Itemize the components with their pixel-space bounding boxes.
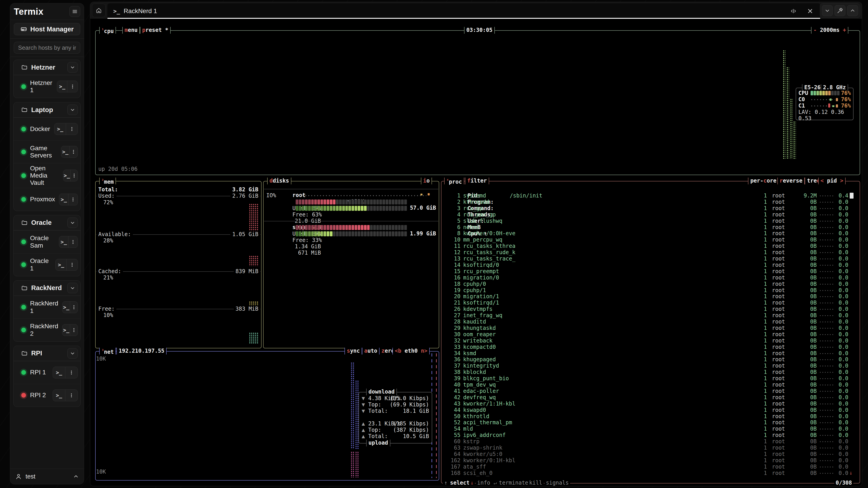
home-button[interactable]: [92, 4, 105, 17]
process-row[interactable]: 55ipv6_addrconf1root0B0.0: [441, 432, 860, 438]
process-row[interactable]: 37kintegrityd1root0B0.0: [441, 363, 860, 369]
process-row[interactable]: 36khugepaged1root0B0.0: [441, 356, 860, 363]
sidebar-footer[interactable]: test: [10, 468, 84, 484]
open-terminal-button[interactable]: >_: [55, 123, 66, 135]
process-row[interactable]: 28kauditd1root0B0.0: [441, 319, 860, 325]
host-menu-button[interactable]: [65, 390, 78, 401]
process-row[interactable]: 1systemd/sbin/init1root9.2M0.4: [441, 193, 860, 199]
close-tab-icon[interactable]: [807, 8, 813, 14]
open-terminal-button[interactable]: >_: [63, 170, 70, 181]
process-row[interactable]: 52acpi_thermal_pm1root0B0.0: [441, 419, 860, 426]
host-item[interactable]: Oracle Sam >_: [13, 230, 81, 253]
process-row[interactable]: 16migration/01root0B0.0: [441, 274, 860, 281]
process-row[interactable]: 2kthreadd1root0B0.0: [441, 199, 860, 205]
group-collapse-button[interactable]: [67, 105, 78, 115]
process-row[interactable]: 26kdevtmpfs1root0B0.0: [441, 306, 860, 312]
process-row[interactable]: 14ksoftirqd/01root0B0.0: [441, 262, 860, 268]
process-row[interactable]: 13rcu_tasks_trace_1root0B0.0: [441, 256, 860, 262]
host-menu-button[interactable]: [68, 194, 78, 205]
group-header-RPI[interactable]: RPI: [13, 346, 81, 361]
host-menu-button[interactable]: [66, 123, 78, 135]
net-auto-button[interactable]: auto: [362, 348, 379, 355]
process-row[interactable]: 64kworker/u5:01root0B0.0: [441, 451, 860, 457]
process-row[interactable]: 38kblockd1root0B0.0: [441, 369, 860, 375]
tab-racknerd-1[interactable]: >_ RackNerd 1: [107, 3, 820, 19]
split-view-icon[interactable]: [790, 8, 797, 14]
host-menu-button[interactable]: [67, 81, 78, 92]
open-terminal-button[interactable]: >_: [56, 259, 66, 270]
group-header-Oracle[interactable]: Oracle: [13, 215, 81, 230]
process-row[interactable]: 30oom_reaper1root0B0.0: [441, 331, 860, 337]
process-row[interactable]: 40tpm_dev_wq1root0B0.0: [441, 382, 860, 388]
open-terminal-button[interactable]: >_: [61, 146, 69, 158]
menu-button[interactable]: [69, 6, 80, 17]
process-row[interactable]: 21ksoftirqd/11root0B0.0: [441, 300, 860, 306]
search-input[interactable]: [14, 42, 80, 54]
select-up-key[interactable]: ↑: [443, 480, 449, 486]
host-menu-button[interactable]: [65, 367, 78, 378]
select-down-key[interactable]: ↓: [469, 480, 475, 486]
collapse-button[interactable]: [822, 5, 833, 16]
host-item[interactable]: RPI 1 >_: [13, 361, 81, 384]
io-mode-button[interactable]: io: [421, 177, 432, 184]
process-row[interactable]: 41edac-poller1root0B0.0: [441, 388, 860, 394]
host-item[interactable]: Proxmox >_: [13, 188, 81, 211]
update-interval[interactable]: - 2000ms +: [811, 27, 848, 34]
proc-reverse-button[interactable]: reverse: [777, 177, 805, 184]
process-row[interactable]: 20migration/11root0B0.0: [441, 293, 860, 300]
host-menu-button[interactable]: [69, 146, 78, 158]
terminate-button[interactable]: terminate: [498, 480, 530, 486]
group-header-Hetzner[interactable]: Hetzner: [13, 60, 81, 75]
expand-button[interactable]: [847, 5, 858, 16]
process-row[interactable]: 42devfreq_wq1root0B0.0: [441, 394, 860, 400]
proc-filter-button[interactable]: filter: [465, 177, 489, 184]
signals-button[interactable]: signals: [545, 480, 570, 486]
process-row[interactable]: 60kstrp1root0B0.0: [441, 438, 860, 445]
host-item[interactable]: RackNerd 2 >_: [13, 319, 81, 341]
process-row[interactable]: 10mm_percpu_wq1root0B0.0: [441, 236, 860, 243]
open-terminal-button[interactable]: >_: [53, 367, 65, 378]
preset-button[interactable]: preset *: [140, 27, 170, 34]
process-row[interactable]: 18cpuhp/01root0B0.0: [441, 281, 860, 287]
group-header-Laptop[interactable]: Laptop: [13, 102, 81, 118]
host-item[interactable]: Hetzner 1 >_: [13, 75, 81, 98]
kill-button[interactable]: kill: [528, 480, 544, 486]
group-collapse-button[interactable]: [67, 62, 78, 72]
process-row[interactable]: 12rcu_tasks_rude_k1root0B0.0: [441, 249, 860, 256]
group-collapse-button[interactable]: [67, 218, 78, 228]
host-item[interactable]: Open Media Vault >_: [13, 163, 81, 188]
process-row[interactable]: 27inet_frag_wq1root0B0.0: [441, 312, 860, 319]
process-row[interactable]: 54mld1root0B0.0: [441, 426, 860, 432]
process-row[interactable]: 19cpuhp/11root0B0.0: [441, 287, 860, 293]
host-menu-button[interactable]: [70, 170, 78, 181]
host-item[interactable]: Game Servers >_: [13, 140, 81, 163]
host-manager-button[interactable]: Host Manager: [14, 23, 80, 35]
net-sync-button[interactable]: sync: [344, 348, 362, 355]
process-row[interactable]: 39blkcg_punt_bio1root0B0.0: [441, 375, 860, 382]
host-menu-button[interactable]: [70, 324, 78, 336]
process-row[interactable]: 11rcu_tasks_kthrea1root0B0.0: [441, 243, 860, 249]
process-row[interactable]: 32writeback1root0B0.0: [441, 337, 860, 344]
host-item[interactable]: RPI 2 >_: [13, 384, 81, 407]
process-row[interactable]: 63zswap-shrink1root0B0.0: [441, 445, 860, 451]
open-terminal-button[interactable]: >_: [53, 390, 65, 401]
proc-pid-sort[interactable]: < pid >: [818, 177, 846, 184]
process-row[interactable]: 5slub_flushwq1root0B0.0: [441, 218, 860, 224]
info-button[interactable]: info ↵: [476, 480, 498, 486]
host-menu-button[interactable]: [70, 302, 78, 313]
open-terminal-button[interactable]: >_: [59, 236, 68, 248]
process-row[interactable]: 50kthrotld1root0B0.0: [441, 413, 860, 420]
process-row[interactable]: 15rcu_preempt1root0B0.0: [441, 268, 860, 274]
net-interface-switcher[interactable]: <b eth0 n>: [393, 348, 430, 355]
process-row[interactable]: 44kswapd01root0B0.0: [441, 407, 860, 413]
group-collapse-button[interactable]: [67, 283, 78, 293]
process-row[interactable]: 29khungtaskd1root0B0.0: [441, 325, 860, 331]
process-row[interactable]: 6netns1root0B0.0: [441, 224, 860, 230]
host-menu-button[interactable]: [66, 259, 78, 270]
menu-button-btop[interactable]: menu: [122, 27, 140, 34]
host-menu-button[interactable]: [68, 236, 78, 248]
proc-percore-button[interactable]: per-core: [748, 177, 779, 184]
process-row[interactable]: 3rcu_gp1root0B0.0: [441, 205, 860, 212]
host-item[interactable]: RackNerd 1 >_: [13, 296, 81, 319]
chevron-up-icon[interactable]: [73, 474, 79, 480]
